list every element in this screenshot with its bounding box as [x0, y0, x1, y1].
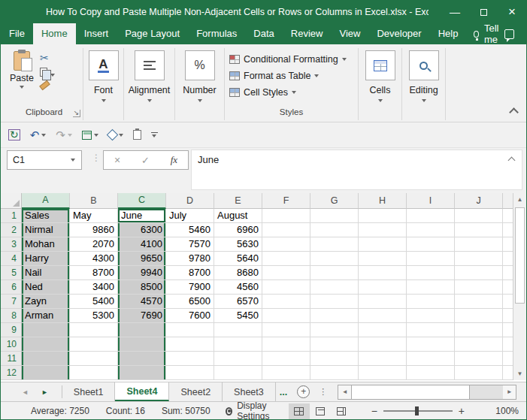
row-header-12[interactable]: 12: [1, 366, 22, 380]
cell-G10[interactable]: [310, 337, 359, 352]
ribbon-tab-home[interactable]: Home: [33, 23, 76, 44]
cell-C3[interactable]: 4100: [118, 237, 166, 252]
cell-G2[interactable]: [310, 223, 359, 237]
cell-F3[interactable]: [262, 237, 310, 252]
column-header-J[interactable]: J: [455, 193, 503, 209]
column-header-H[interactable]: H: [359, 193, 407, 209]
cell-H5[interactable]: [359, 266, 407, 280]
scroll-up-icon[interactable]: ▲: [513, 193, 526, 206]
page-layout-view-button[interactable]: [310, 403, 331, 419]
more-sheets-label[interactable]: ...: [276, 387, 291, 397]
maximize-button[interactable]: [469, 1, 498, 23]
zoom-out-icon[interactable]: −: [365, 405, 383, 417]
ribbon-tab-page-layout[interactable]: Page Layout: [117, 23, 188, 44]
cell-F4[interactable]: [262, 252, 310, 266]
cell-H2[interactable]: [359, 223, 407, 237]
cell-D5[interactable]: 8700: [166, 266, 214, 280]
ribbon-tab-file[interactable]: File: [1, 23, 33, 44]
scroll-right-icon[interactable]: ►: [503, 385, 516, 399]
cell-D3[interactable]: 7570: [166, 237, 214, 252]
zoom-in-icon[interactable]: +: [453, 405, 471, 417]
cell-F1[interactable]: [262, 209, 310, 223]
cell-I8[interactable]: [407, 309, 455, 323]
select-all-corner[interactable]: [1, 193, 22, 209]
number-dropdown-icon[interactable]: [198, 99, 202, 102]
row-header-4[interactable]: 4: [1, 252, 22, 266]
cell-I1[interactable]: [407, 209, 455, 223]
cell-I3[interactable]: [407, 237, 455, 252]
cell-E8[interactable]: 5450: [214, 309, 262, 323]
comments-icon[interactable]: [504, 29, 514, 39]
cut-icon[interactable]: ✂: [40, 53, 55, 63]
cell-H4[interactable]: [359, 252, 407, 266]
cells-button[interactable]: [365, 50, 395, 80]
cancel-icon[interactable]: ×: [114, 154, 120, 166]
cell-C5[interactable]: 9940: [118, 266, 166, 280]
row-header-2[interactable]: 2: [1, 223, 22, 237]
cell-D6[interactable]: 7900: [166, 280, 214, 295]
cell-J11[interactable]: [455, 352, 503, 366]
cell-G1[interactable]: [310, 209, 359, 223]
cell-J9[interactable]: [455, 323, 503, 337]
ribbon-tab-view[interactable]: View: [331, 23, 368, 44]
cell-F9[interactable]: [262, 323, 310, 337]
cell-J12[interactable]: [455, 366, 503, 380]
save-sync-icon[interactable]: ↻: [8, 129, 20, 141]
cell-I9[interactable]: [407, 323, 455, 337]
formula-input[interactable]: June: [191, 150, 522, 190]
cell-E11[interactable]: [214, 352, 262, 366]
scroll-down-icon[interactable]: ▼: [513, 367, 526, 380]
column-header-A[interactable]: A: [22, 193, 70, 209]
cell-F8[interactable]: [262, 309, 310, 323]
cell-I6[interactable]: [407, 280, 455, 295]
cell-G8[interactable]: [310, 309, 359, 323]
cell-G9[interactable]: [310, 323, 359, 337]
cell-A3[interactable]: Mohan: [22, 237, 70, 252]
editing-dropdown-icon[interactable]: [422, 99, 426, 102]
next-sheet-icon[interactable]: ►: [41, 388, 48, 396]
number-button[interactable]: %: [185, 50, 215, 80]
cell-J2[interactable]: [455, 223, 503, 237]
cell-G5[interactable]: [310, 266, 359, 280]
cell-A12[interactable]: [22, 366, 70, 380]
column-header-G[interactable]: G: [310, 193, 359, 209]
cell-G4[interactable]: [310, 252, 359, 266]
cell-E12[interactable]: [214, 366, 262, 380]
cell-C12[interactable]: [118, 366, 166, 380]
cell-B6[interactable]: 3400: [70, 280, 118, 295]
cell-H11[interactable]: [359, 352, 407, 366]
cell-I12[interactable]: [407, 366, 455, 380]
cell-E10[interactable]: [214, 337, 262, 352]
cell-H12[interactable]: [359, 366, 407, 380]
cell-styles-button[interactable]: Cell Styles: [229, 84, 358, 101]
sheet-tab-sheet2[interactable]: Sheet2: [169, 382, 223, 401]
cell-A4[interactable]: Harry: [22, 252, 70, 266]
cell-C10[interactable]: [118, 337, 166, 352]
cell-G11[interactable]: [310, 352, 359, 366]
column-header-D[interactable]: D: [166, 193, 214, 209]
cell-I10[interactable]: [407, 337, 455, 352]
insert-function-icon[interactable]: fx: [171, 154, 177, 166]
cell-J5[interactable]: [455, 266, 503, 280]
cell-J8[interactable]: [455, 309, 503, 323]
row-header-3[interactable]: 3: [1, 237, 22, 252]
scroll-left-icon[interactable]: ◄: [338, 385, 351, 399]
cell-J6[interactable]: [455, 280, 503, 295]
vertical-scrollbar[interactable]: ▲ ▼: [513, 193, 526, 380]
cell-G6[interactable]: [310, 280, 359, 295]
shapes-button[interactable]: [108, 131, 123, 139]
cell-C2[interactable]: 6300: [118, 223, 166, 237]
cell-A2[interactable]: Nirmal: [22, 223, 70, 237]
cell-C6[interactable]: 8500: [118, 280, 166, 295]
customize-qat-button[interactable]: [151, 132, 158, 138]
cell-D1[interactable]: July: [166, 209, 214, 223]
column-header-I[interactable]: I: [407, 193, 455, 209]
display-settings-button[interactable]: Display Settings: [226, 400, 289, 420]
font-dropdown-icon[interactable]: [101, 99, 106, 102]
cell-H8[interactable]: [359, 309, 407, 323]
conditional-formatting-button[interactable]: Conditional Formatting: [229, 51, 358, 68]
column-header-E[interactable]: E: [214, 193, 262, 209]
ribbon-tab-insert[interactable]: Insert: [76, 23, 117, 44]
cell-D7[interactable]: 6500: [166, 295, 214, 309]
editing-button[interactable]: [409, 50, 439, 80]
